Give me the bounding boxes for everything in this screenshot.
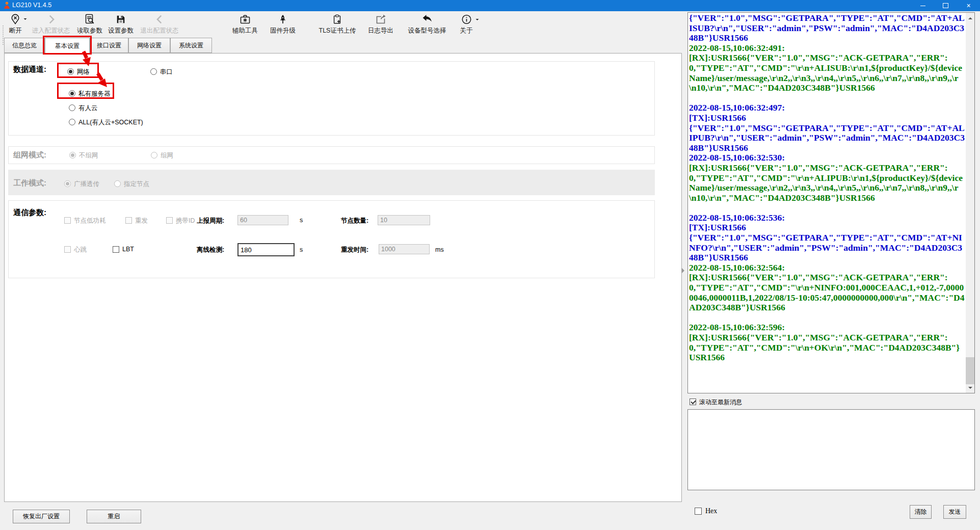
radio-no-mesh (69, 152, 76, 158)
toolbar-aux-tools-button[interactable]: 辅助工具 (232, 13, 258, 35)
minimize-icon (920, 6, 925, 6)
toolbar-disconnect-button[interactable]: 断开 (9, 13, 22, 35)
device-model-icon (421, 13, 433, 26)
tab-interface-settings[interactable]: 接口设置 (90, 38, 128, 53)
offline-detect-label: 离线检测: (197, 246, 224, 254)
offline-detect-unit: s (300, 246, 303, 253)
disconnect-dropdown-caret-icon[interactable] (24, 18, 27, 21)
radio-broadcast (64, 180, 71, 187)
checkbox-resend-label: 重发 (135, 217, 148, 225)
retry-time-input (379, 244, 430, 254)
toolbar-device-model-button[interactable]: 设备型号选择 (408, 13, 446, 35)
radio-target-node (114, 180, 121, 187)
toolbar-log-export-button[interactable]: 日志导出 (368, 13, 393, 35)
tab-network-settings[interactable]: 网络设置 (128, 38, 170, 53)
checkbox-lbt-label[interactable]: LBT (122, 246, 134, 253)
certificate-upload-icon (332, 13, 343, 26)
scroll-up-icon[interactable] (966, 13, 974, 21)
checkbox-carry-id-label: 携带ID (176, 217, 195, 225)
checkbox-low-power (64, 217, 71, 224)
send-button[interactable]: 发送 (943, 505, 966, 519)
radio-network-label[interactable]: 网络 (77, 68, 90, 76)
autoscroll-checkbox[interactable] (690, 399, 696, 405)
factory-reset-button[interactable]: 恢复出厂设置 (13, 510, 70, 523)
toolbar-about-button[interactable]: 关于 (460, 13, 473, 35)
toolbar-item-label: 断开 (9, 26, 22, 35)
radio-usr-cloud[interactable] (69, 104, 75, 111)
close-button[interactable]: × (957, 0, 980, 11)
retry-time-unit: ms (435, 246, 444, 253)
node-count-label: 节点数量: (341, 217, 368, 225)
toolbar-item-label: 退出配置状态 (141, 26, 179, 35)
radio-mesh-label: 组网 (161, 151, 173, 160)
toolbar-tls-cert-upload-button[interactable]: TLS证书上传 (319, 13, 356, 35)
autoscroll-label[interactable]: 滚动至最新消息 (699, 398, 742, 407)
basic-settings-panel: 数据通道: 网络 串口 私有服务器 有人云 ALL(有人云+SOCKET) 组网… (4, 53, 682, 502)
toolbar-item-label: 日志导出 (368, 26, 393, 35)
send-input[interactable] (688, 410, 974, 490)
tab-label: 信息总览 (12, 41, 37, 50)
clear-button[interactable]: 清除 (910, 505, 932, 519)
read-params-icon (84, 13, 96, 26)
radio-mesh (151, 152, 157, 158)
tab-label: 网络设置 (137, 41, 162, 50)
radio-all-label[interactable]: ALL(有人云+SOCKET) (78, 118, 143, 127)
tab-label: 接口设置 (97, 41, 121, 50)
radio-private-server-label[interactable]: 私有服务器 (78, 90, 111, 98)
report-period-input (237, 215, 288, 225)
radio-private-server[interactable] (69, 90, 75, 97)
tab-info-overview[interactable]: 信息总览 (4, 38, 45, 53)
toolbox-icon (239, 13, 251, 26)
toolbar-item-label: 设置参数 (108, 26, 134, 35)
toolbar-set-params-button[interactable]: 设置参数 (108, 13, 134, 35)
radio-broadcast-label: 广播透传 (74, 180, 99, 189)
factory-reset-label: 恢复出厂设置 (23, 512, 60, 521)
toolbar-item-label: 进入配置状态 (32, 26, 70, 35)
chevron-left-icon (154, 13, 165, 26)
radio-usr-cloud-label[interactable]: 有人云 (78, 104, 98, 113)
offline-detect-input[interactable] (237, 243, 295, 256)
toolbar-read-params-button[interactable]: 读取参数 (77, 13, 102, 35)
retry-time-label: 重发时间: (341, 246, 368, 254)
tab-basic-settings[interactable]: 基本设置 (45, 38, 90, 54)
radio-serial-label[interactable]: 串口 (160, 68, 173, 76)
tab-system-settings[interactable]: 系统设置 (170, 38, 212, 53)
radio-network[interactable] (67, 68, 74, 75)
info-icon (461, 13, 472, 26)
about-dropdown-caret-icon[interactable] (475, 19, 479, 22)
reboot-button[interactable]: 重启 (87, 510, 141, 523)
checkbox-resend (125, 217, 132, 224)
app-logo-icon (4, 2, 10, 11)
radio-target-node-label: 指定节点 (124, 180, 149, 189)
log-scrollbar[interactable] (966, 13, 974, 393)
checkbox-heartbeat-label: 心跳 (74, 246, 87, 254)
checkbox-lbt[interactable] (113, 246, 119, 253)
scrollbar-thumb[interactable] (966, 357, 974, 385)
radio-serial[interactable] (150, 68, 157, 75)
radio-no-mesh-label: 不组网 (79, 151, 98, 160)
minimize-button[interactable] (911, 0, 934, 11)
hex-label[interactable]: Hex (705, 507, 717, 515)
hex-checkbox[interactable] (695, 508, 702, 515)
checkbox-low-power-label: 节点低功耗 (74, 217, 106, 225)
scroll-down-icon[interactable] (966, 384, 974, 393)
maximize-icon (943, 3, 948, 8)
toolbar-firmware-upgrade-button[interactable]: 固件升级 (270, 13, 296, 35)
data-channel-label: 数据通道: (13, 65, 46, 74)
checkbox-carry-id (166, 217, 173, 224)
splitter-arrow-icon (682, 268, 687, 273)
send-message-box (687, 409, 975, 490)
log-output-box[interactable]: {"VER":"1.0","MSG":"GETPARA","TYPE":"AT"… (687, 12, 975, 393)
app-window: LG210 V1.4.5 × 断开 进入配置状态 读取参数 (0, 0, 980, 530)
toolbar-item-label: 辅助工具 (232, 26, 258, 35)
panel-splitter-handle[interactable] (682, 263, 686, 278)
work-mode-label: 工作模式: (13, 178, 46, 188)
radio-all[interactable] (69, 119, 75, 125)
report-period-label: 上报周期: (197, 217, 224, 225)
comm-params-section (8, 200, 655, 278)
toolbar-item-label: 关于 (460, 26, 473, 35)
checkbox-heartbeat (64, 246, 71, 253)
log-text[interactable]: {"VER":"1.0","MSG":"GETPARA","TYPE":"AT"… (689, 13, 965, 392)
maximize-button[interactable] (934, 0, 957, 11)
network-mode-label: 组网模式: (13, 150, 46, 160)
